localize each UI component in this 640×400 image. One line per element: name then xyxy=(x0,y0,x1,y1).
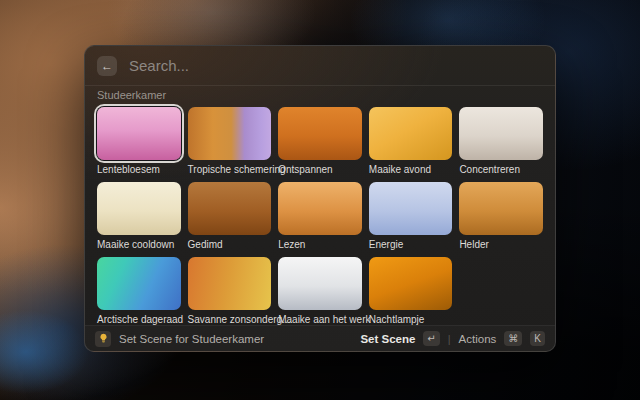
scene-thumbnail[interactable] xyxy=(97,107,181,160)
scene-label: Lezen xyxy=(278,238,362,251)
scene-label: Gedimd xyxy=(188,238,272,251)
scene-thumbnail[interactable] xyxy=(369,107,453,160)
actions-button[interactable]: Actions xyxy=(459,333,497,345)
k-key-badge: K xyxy=(530,331,545,346)
scene-card[interactable]: Energie xyxy=(369,182,453,251)
back-button[interactable]: ← xyxy=(97,56,117,76)
scene-card[interactable]: Maaike aan het werk xyxy=(278,257,362,325)
scene-label: Maaike avond xyxy=(369,163,453,176)
scene-label: Ontspannen xyxy=(278,163,362,176)
scene-card[interactable]: Concentreren xyxy=(459,107,543,176)
scene-thumbnail[interactable] xyxy=(459,182,543,235)
scene-thumbnail[interactable] xyxy=(188,257,272,310)
footer-separator: | xyxy=(448,333,451,345)
scene-thumbnail[interactable] xyxy=(188,182,272,235)
scene-thumbnail[interactable] xyxy=(278,257,362,310)
scene-card[interactable]: Nachtlampje xyxy=(369,257,453,325)
scene-card[interactable]: Helder xyxy=(459,182,543,251)
scene-card[interactable]: Gedimd xyxy=(188,182,272,251)
scene-label: Energie xyxy=(369,238,453,251)
footer-bar: Set Scene for Studeerkamer Set Scene ↵ |… xyxy=(85,326,555,351)
command-key-badge: ⌘ xyxy=(504,331,522,346)
scene-picker-window: ← Studeerkamer Lentebloesem Tropische sc… xyxy=(84,45,556,352)
scene-label: Maaike aan het werk xyxy=(278,313,362,325)
set-scene-button[interactable]: Set Scene xyxy=(360,333,415,345)
search-bar: ← xyxy=(85,46,555,85)
scene-label: Arctische dageraad xyxy=(97,313,181,325)
scene-label: Concentreren xyxy=(459,163,543,176)
return-key-badge: ↵ xyxy=(423,331,439,346)
scene-thumbnail[interactable] xyxy=(97,182,181,235)
scene-thumbnail[interactable] xyxy=(97,257,181,310)
search-input[interactable] xyxy=(127,56,543,75)
scene-label: Maaike cooldown xyxy=(97,238,181,251)
scene-label: Tropische schemering xyxy=(188,163,272,176)
scene-card[interactable]: Lezen xyxy=(278,182,362,251)
scene-card[interactable]: Maaike cooldown xyxy=(97,182,181,251)
scene-label: Lentebloesem xyxy=(97,163,181,176)
scene-label: Nachtlampje xyxy=(369,313,453,325)
scene-label: Helder xyxy=(459,238,543,251)
scene-thumbnail[interactable] xyxy=(459,107,543,160)
scene-grid: Lentebloesem Tropische schemering Ontspa… xyxy=(97,107,543,325)
desktop-wallpaper: ← Studeerkamer Lentebloesem Tropische sc… xyxy=(0,0,640,400)
scene-card[interactable]: Maaike avond xyxy=(369,107,453,176)
footer-status: Set Scene for Studeerkamer xyxy=(119,333,352,345)
section-title: Studeerkamer xyxy=(97,89,543,102)
scene-thumbnail[interactable] xyxy=(188,107,272,160)
lightbulb-icon xyxy=(95,331,111,347)
scene-thumbnail[interactable] xyxy=(369,182,453,235)
scene-card[interactable]: Arctische dageraad xyxy=(97,257,181,325)
scene-card[interactable]: Ontspannen xyxy=(278,107,362,176)
scene-card[interactable]: Savanne zonsonderg... xyxy=(188,257,272,325)
back-icon: ← xyxy=(101,59,113,73)
scene-thumbnail[interactable] xyxy=(278,182,362,235)
scene-label: Savanne zonsonderg... xyxy=(188,313,272,325)
scene-thumbnail[interactable] xyxy=(369,257,453,310)
scene-card[interactable]: Lentebloesem xyxy=(97,107,181,176)
scene-list-panel: Studeerkamer Lentebloesem Tropische sche… xyxy=(85,86,555,325)
scene-card[interactable]: Tropische schemering xyxy=(188,107,272,176)
scene-thumbnail[interactable] xyxy=(278,107,362,160)
